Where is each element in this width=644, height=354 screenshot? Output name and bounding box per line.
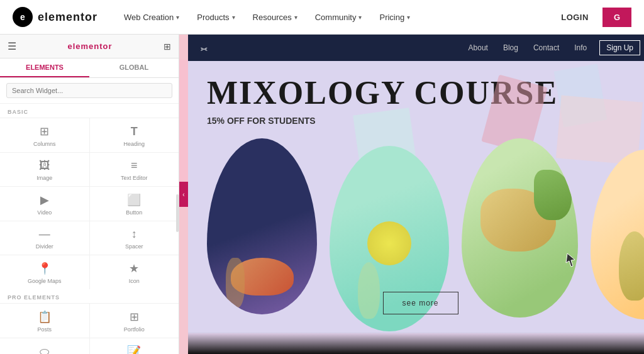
blob-1 [207,138,317,314]
search-input[interactable] [6,83,172,98]
login-button[interactable]: LOGIN [553,9,596,26]
section-label-basic: BASIC [0,104,179,118]
see-more-button-wrap: see more [382,292,458,314]
inner-nav-info[interactable]: Info [574,43,587,52]
top-navigation: e elementor Web Creation ▾ Products ▾ Re… [0,0,644,35]
sidebar-top-bar: ☰ elementor ⊞ [0,35,179,58]
get-started-button[interactable]: G [602,8,631,27]
handle-icon: ‹ [182,191,184,198]
nav-links: Web Creation ▾ Products ▾ Resources ▾ Co… [116,9,553,26]
inner-logo: ⟗ [201,41,208,55]
widget-icon[interactable]: ★ Icon [90,255,179,289]
hero-section: MIXOLOGY COURSE 15% OFF FOR STUDENTS [188,61,644,333]
widget-grid-basic: ⊞ Columns T Heading 🖼 Image ≡ Text Edito… [0,118,179,289]
logo-text: elementor [38,11,97,24]
icon-widget-icon: ★ [129,262,139,275]
blob-4 [591,150,644,319]
bottom-fade [188,332,644,354]
main-area: ☰ elementor ⊞ ELEMENTS GLOBAL BASIC ⊞ Co… [0,35,644,354]
chevron-down-icon: ▾ [294,14,297,21]
widget-portfolio[interactable]: ⊞ Portfolio [90,304,179,338]
image-icon: 🖼 [39,159,50,172]
tab-elements[interactable]: ELEMENTS [0,58,89,77]
fruit-avocado [534,170,572,220]
nav-item-web-creation[interactable]: Web Creation ▾ [116,9,187,26]
widget-form[interactable]: 📝 Form [90,338,179,354]
heading-icon: T [131,125,138,138]
divider-icon: — [39,228,50,241]
nav-item-resources[interactable]: Resources ▾ [245,9,305,26]
tab-global[interactable]: GLOBAL [89,58,179,77]
nav-right: LOGIN G [553,8,631,27]
logo-area[interactable]: e elementor [13,7,97,27]
inner-nav-blog[interactable]: Blog [503,43,518,52]
fruit-pear2 [358,262,380,319]
logo-symbol: e [20,12,25,22]
widget-heading[interactable]: T Heading [90,118,179,152]
widget-image[interactable]: 🖼 Image [0,153,89,186]
widget-video[interactable]: ▶ Video [0,187,89,221]
text-editor-icon: ≡ [131,159,138,172]
chevron-down-icon: ▾ [358,14,362,21]
chevron-down-icon: ▾ [232,14,235,21]
fruit-pear-shadow [226,258,245,308]
widget-spacer[interactable]: ↕ Spacer [90,221,179,255]
search-bar-wrap [0,78,179,104]
elements-section: BASIC ⊞ Columns T Heading 🖼 Image ≡ Text… [0,104,179,354]
inner-signup-button[interactable]: Sign Up [599,40,640,55]
google-maps-icon: 📍 [38,262,52,275]
nav-item-community[interactable]: Community ▾ [308,9,370,26]
widget-posts[interactable]: 📋 Posts [0,304,89,338]
scrollbar[interactable] [176,194,179,232]
video-icon: ▶ [40,193,49,207]
inner-nav-contact[interactable]: Contact [533,43,559,52]
grid-icon[interactable]: ⊞ [164,41,171,52]
widget-text-editor[interactable]: ≡ Text Editor [90,153,179,186]
inner-nav-links: About Blog Contact Info [469,43,587,52]
nav-item-pricing[interactable]: Pricing ▾ [372,9,418,26]
widget-button[interactable]: ⬜ Button [90,187,179,221]
button-icon: ⬜ [127,193,141,207]
see-more-button[interactable]: see more [382,292,458,314]
widget-slides[interactable]: ⬭ Slides [0,338,89,354]
fruit-pear3 [619,231,644,301]
left-panel-handle[interactable]: ‹ [179,182,188,207]
inner-nav-about[interactable]: About [469,43,488,52]
portfolio-icon: ⊞ [130,310,139,324]
slides-icon: ⬭ [40,345,49,355]
nav-item-products[interactable]: Products ▾ [189,9,242,26]
canvas-area: ‹ ⟗ About Blog Contact Info Sign Up [179,35,644,354]
columns-icon: ⊞ [40,124,49,138]
widget-google-maps[interactable]: 📍 Google Maps [0,255,89,289]
form-icon: 📝 [127,345,141,354]
sidebar: ☰ elementor ⊞ ELEMENTS GLOBAL BASIC ⊞ Co… [0,35,179,354]
section-label-pro: PRO ELEMENTS [0,289,179,303]
sidebar-tabs: ELEMENTS GLOBAL [0,58,179,78]
chevron-down-icon: ▾ [407,14,410,21]
posts-icon: 📋 [38,310,52,324]
fruit-lemon [367,221,411,265]
website-preview: ⟗ About Blog Contact Info Sign Up MIXOLO… [188,35,644,354]
blob-3 [462,138,578,318]
widget-columns[interactable]: ⊞ Columns [0,118,89,152]
widget-divider[interactable]: — Divider [0,221,89,255]
inner-navigation: ⟗ About Blog Contact Info Sign Up [188,35,644,61]
chevron-down-icon: ▾ [176,14,179,21]
elementor-logo-icon: e [13,7,33,27]
hamburger-icon[interactable]: ☰ [8,40,16,52]
sidebar-logo: elementor [67,41,112,51]
widget-grid-pro: 📋 Posts ⊞ Portfolio ⬭ Slides 📝 Form 👤 [0,303,179,354]
spacer-icon: ↕ [131,228,137,241]
